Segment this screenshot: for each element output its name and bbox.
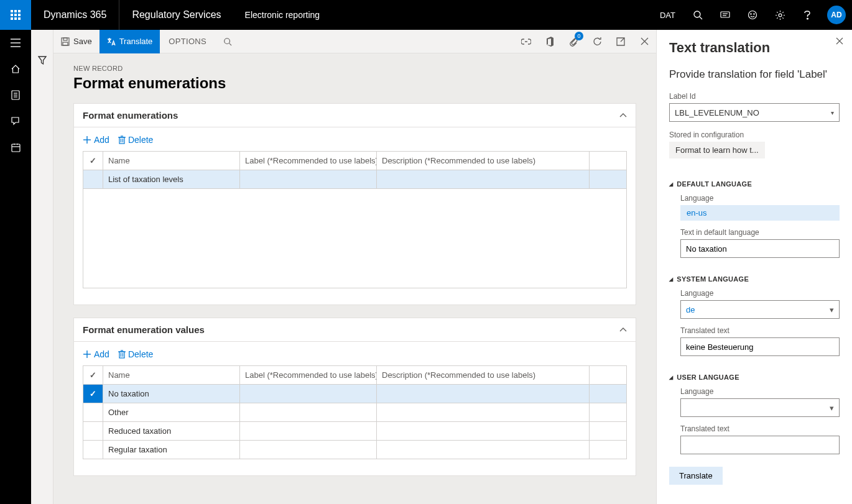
table-row[interactable]: Other xyxy=(83,403,627,422)
cell-label[interactable] xyxy=(240,422,377,441)
filter-icon[interactable] xyxy=(38,56,47,504)
app-launcher[interactable] xyxy=(0,0,31,30)
user-avatar[interactable]: AD xyxy=(827,6,846,24)
cell-label[interactable] xyxy=(240,441,377,459)
cell-description[interactable] xyxy=(377,385,590,403)
svg-rect-32 xyxy=(63,42,68,45)
home-icon[interactable] xyxy=(0,56,31,82)
table-row[interactable]: Regular taxation xyxy=(83,441,627,459)
svg-rect-0 xyxy=(11,10,13,12)
translate-action-button[interactable]: Translate xyxy=(669,467,723,485)
user-language-section[interactable]: USER LANGUAGE xyxy=(669,373,840,381)
filter-rail xyxy=(31,30,53,504)
row-check[interactable] xyxy=(83,385,103,403)
row-check[interactable] xyxy=(83,441,103,459)
svg-rect-3 xyxy=(11,14,13,16)
default-text-input[interactable] xyxy=(680,239,840,258)
panel-close-icon[interactable] xyxy=(836,37,843,45)
language-label: Language xyxy=(680,194,840,203)
add-label: Add xyxy=(94,349,109,359)
select-all[interactable] xyxy=(83,152,103,170)
svg-rect-1 xyxy=(14,10,17,12)
svg-rect-7 xyxy=(14,17,17,20)
save-button[interactable]: Save xyxy=(53,30,100,53)
refresh-icon[interactable] xyxy=(585,30,609,53)
user-language-dropdown[interactable]: ▾ xyxy=(680,398,840,417)
calendar-nav-icon[interactable] xyxy=(0,134,31,160)
table-row[interactable]: Reduced taxation xyxy=(83,422,627,441)
svg-rect-46 xyxy=(119,352,124,358)
list-icon[interactable] xyxy=(0,82,31,108)
enumerations-table: Name Label (*Recommended to use labels) … xyxy=(83,151,627,189)
table-row[interactable]: List of taxation levels xyxy=(83,170,627,189)
messages-icon[interactable] xyxy=(711,0,739,30)
col-description[interactable]: Description (*Recommended to use labels) xyxy=(377,152,590,170)
attachments-badge: 0 xyxy=(575,32,583,40)
col-label[interactable]: Label (*Recommended to use labels) xyxy=(240,366,377,385)
options-button[interactable]: OPTIONS xyxy=(160,30,215,53)
action-search-icon[interactable] xyxy=(215,30,240,53)
default-language-section[interactable]: DEFAULT LANGUAGE xyxy=(669,180,840,188)
trash-icon xyxy=(118,135,126,144)
svg-rect-11 xyxy=(721,12,729,17)
svg-point-16 xyxy=(754,14,754,14)
add-value-button[interactable]: Add xyxy=(83,349,109,359)
cell-description[interactable] xyxy=(377,441,590,459)
delete-value-button[interactable]: Delete xyxy=(118,349,153,359)
system-language-section[interactable]: SYSTEM LANGUAGE xyxy=(669,275,840,283)
label-id-dropdown[interactable]: LBL_LEVELENUM_NO ▾ xyxy=(669,103,840,122)
row-check[interactable] xyxy=(83,422,103,441)
col-label[interactable]: Label (*Recommended to use labels) xyxy=(240,152,377,170)
feedback-nav-icon[interactable] xyxy=(0,108,31,134)
row-check[interactable] xyxy=(83,170,103,189)
col-name[interactable]: Name xyxy=(103,152,240,170)
select-all[interactable] xyxy=(83,366,103,385)
cell-description[interactable] xyxy=(377,403,590,422)
format-enumeration-values-card: Format enumeration values Add xyxy=(73,318,636,476)
cell-name[interactable]: Regular taxation xyxy=(103,441,240,459)
popout-icon[interactable] xyxy=(609,30,632,53)
cell-description[interactable] xyxy=(377,422,590,441)
settings-icon[interactable] xyxy=(766,0,794,30)
cell-label[interactable] xyxy=(240,385,377,403)
system-language-dropdown[interactable]: de ▾ xyxy=(680,300,840,319)
close-icon[interactable] xyxy=(632,30,656,53)
translate-button[interactable]: Translate xyxy=(100,30,160,53)
help-icon[interactable] xyxy=(794,0,821,30)
user-translated-input[interactable] xyxy=(680,436,840,454)
cell-name[interactable]: No taxation xyxy=(103,385,240,403)
cell-description[interactable] xyxy=(377,170,590,189)
office-icon[interactable] xyxy=(538,30,562,53)
add-enumeration-button[interactable]: Add xyxy=(83,135,109,145)
search-icon[interactable] xyxy=(684,0,711,30)
collapse-icon[interactable] xyxy=(619,328,627,332)
attachments-icon[interactable]: 0 xyxy=(562,30,585,53)
label-id-value: LBL_LEVELENUM_NO xyxy=(675,108,759,117)
panel-title: Text translation xyxy=(669,40,840,56)
chevron-down-icon: ▾ xyxy=(830,305,834,314)
cell-name[interactable]: Other xyxy=(103,403,240,422)
col-description[interactable]: Description (*Recommended to use labels) xyxy=(377,366,590,385)
collapse-icon[interactable] xyxy=(619,113,627,118)
col-name[interactable]: Name xyxy=(103,366,240,385)
translate-label: Translate xyxy=(119,37,153,46)
link-icon[interactable] xyxy=(514,30,538,53)
feedback-icon[interactable] xyxy=(739,0,766,30)
cell-label[interactable] xyxy=(240,170,377,189)
svg-line-34 xyxy=(229,43,232,45)
default-language-value: en-us xyxy=(680,205,840,221)
table-row[interactable]: No taxation xyxy=(83,385,627,403)
product-title[interactable]: Dynamics 365 xyxy=(31,0,119,30)
module-title[interactable]: Regulatory Services xyxy=(119,0,233,30)
hamburger-icon[interactable] xyxy=(0,30,31,56)
left-nav xyxy=(0,30,31,504)
cell-name[interactable]: Reduced taxation xyxy=(103,422,240,441)
row-check[interactable] xyxy=(83,403,103,422)
cell-label[interactable] xyxy=(240,403,377,422)
cell-blank xyxy=(590,403,627,422)
system-translated-input[interactable] xyxy=(680,337,840,356)
cell-name[interactable]: List of taxation levels xyxy=(103,170,240,189)
delete-enumeration-button[interactable]: Delete xyxy=(118,135,153,145)
company-code[interactable]: DAT xyxy=(651,0,684,30)
area-title[interactable]: Electronic reporting xyxy=(234,0,331,30)
